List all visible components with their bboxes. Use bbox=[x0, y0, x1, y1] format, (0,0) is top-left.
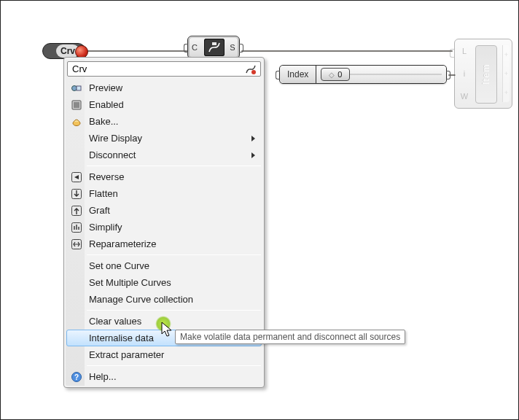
blank-icon bbox=[71, 260, 82, 272]
reparam-icon bbox=[71, 238, 82, 250]
tooltip: Make volatile data permanent and disconn… bbox=[175, 330, 405, 344]
list-item-input-W[interactable]: W bbox=[458, 92, 471, 101]
blank-icon bbox=[71, 316, 82, 327]
index-slider-track[interactable]: 0 bbox=[316, 66, 446, 83]
wire bbox=[85, 50, 187, 52]
menu-item-label: Disconnect bbox=[89, 149, 136, 160]
menu-item-label: Wire Display bbox=[89, 133, 142, 144]
menu-item-help[interactable]: ?Help... bbox=[66, 368, 262, 385]
menu-item-wiredisplay[interactable]: Wire Display bbox=[66, 130, 262, 147]
menu-item-label: Manage Curve collection bbox=[89, 294, 193, 305]
curve-component-input-port[interactable]: C bbox=[190, 42, 200, 53]
list-item-input-i[interactable]: i bbox=[458, 69, 471, 78]
blank-icon bbox=[71, 149, 82, 161]
menu-item-reparam[interactable]: Reparameterize bbox=[66, 236, 262, 252]
menu-item-flatten[interactable]: Flatten bbox=[66, 185, 262, 202]
menu-item-setmulti[interactable]: Set Multiple Curves bbox=[66, 274, 262, 291]
curve-component-output-port[interactable]: S bbox=[227, 42, 238, 53]
svg-rect-3 bbox=[77, 86, 81, 90]
menu-item-label: Graft bbox=[89, 205, 110, 216]
menu-item-label: Bake... bbox=[89, 116, 118, 127]
menu-item-label: Flatten bbox=[89, 188, 118, 199]
curve-param-icon bbox=[245, 63, 257, 75]
simplify-icon bbox=[71, 222, 82, 233]
list-item-input-L[interactable]: L bbox=[458, 47, 471, 55]
bake-icon bbox=[71, 116, 82, 128]
blank-icon bbox=[71, 332, 82, 344]
menu-item-enabled[interactable]: Enabled bbox=[66, 96, 262, 113]
graft-icon bbox=[71, 205, 82, 217]
menu-separator bbox=[87, 166, 261, 166]
menu-item-label: Set Multiple Curves bbox=[89, 277, 171, 288]
svg-point-1 bbox=[251, 70, 256, 74]
blank-icon bbox=[71, 133, 82, 144]
curve-component[interactable]: C S bbox=[187, 36, 240, 59]
menu-item-simplify[interactable]: Simplify bbox=[66, 219, 262, 236]
submenu-arrow-icon bbox=[251, 136, 255, 141]
menu-item-label: Set one Curve bbox=[89, 260, 149, 271]
menu-separator bbox=[87, 365, 261, 366]
blank-icon bbox=[71, 349, 82, 361]
menu-item-graft[interactable]: Graft bbox=[66, 202, 262, 219]
context-menu-search-input[interactable] bbox=[67, 61, 261, 77]
svg-point-2 bbox=[72, 86, 77, 91]
menu-item-label: Simplify bbox=[89, 222, 122, 233]
menu-item-reverse[interactable]: Reverse bbox=[66, 168, 262, 185]
menu-item-clear[interactable]: Clear values bbox=[66, 313, 262, 330]
menu-item-label: Reverse bbox=[89, 171, 124, 182]
svg-rect-5 bbox=[74, 102, 79, 108]
index-slider-handle[interactable]: 0 bbox=[321, 68, 350, 81]
context-menu-search[interactable] bbox=[67, 61, 261, 77]
svg-text:?: ? bbox=[74, 373, 79, 381]
index-slider-label: Index bbox=[280, 66, 316, 83]
menu-item-label: Preview bbox=[89, 82, 122, 93]
help-icon: ? bbox=[71, 371, 82, 383]
menu-item-managecoll[interactable]: Manage Curve collection bbox=[66, 291, 262, 308]
list-item-title: Item bbox=[475, 45, 497, 104]
curve-component-icon bbox=[204, 39, 225, 56]
blank-icon bbox=[71, 277, 82, 289]
list-item-component[interactable]: L i W Item +++ bbox=[454, 39, 512, 109]
svg-rect-0 bbox=[212, 42, 216, 45]
menu-item-extract[interactable]: Extract parameter bbox=[66, 346, 262, 363]
submenu-arrow-icon bbox=[251, 152, 255, 158]
menu-item-setone[interactable]: Set one Curve bbox=[66, 257, 262, 274]
menu-item-label: Extract parameter bbox=[89, 349, 164, 360]
preview-icon bbox=[71, 82, 82, 94]
flatten-icon bbox=[71, 188, 82, 200]
menu-item-label: Internalise data bbox=[89, 332, 154, 343]
enabled-icon bbox=[71, 99, 82, 111]
menu-separator bbox=[87, 310, 261, 311]
menu-item-bake[interactable]: Bake... bbox=[66, 113, 262, 130]
menu-item-label: Reparameterize bbox=[89, 238, 157, 249]
reverse-icon bbox=[71, 171, 82, 183]
blank-icon bbox=[71, 294, 82, 306]
wire bbox=[241, 50, 453, 52]
menu-separator bbox=[87, 254, 261, 255]
menu-item-label: Clear values bbox=[89, 316, 141, 327]
index-slider[interactable]: Index 0 bbox=[279, 65, 447, 84]
menu-item-label: Enabled bbox=[89, 99, 124, 110]
menu-item-preview[interactable]: Preview bbox=[66, 79, 262, 96]
menu-item-label: Help... bbox=[89, 371, 117, 382]
menu-item-disconnect[interactable]: Disconnect bbox=[66, 147, 262, 163]
